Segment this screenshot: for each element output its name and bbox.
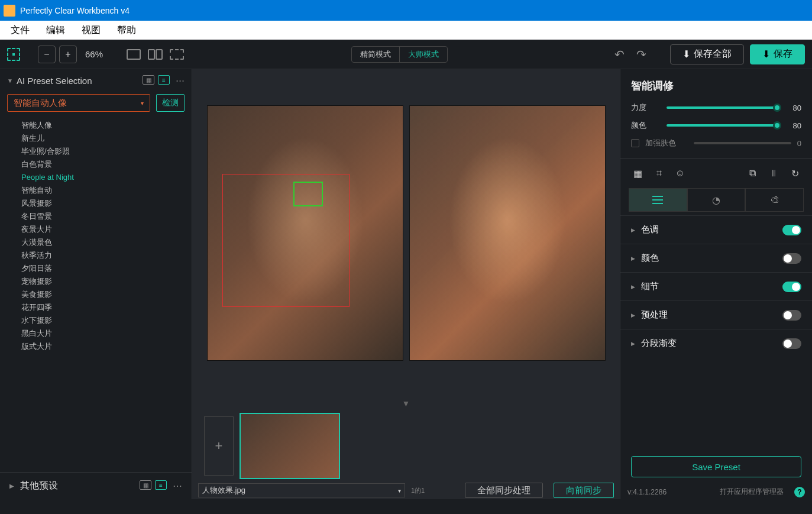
enhance-skin-label: 加强肤色 — [645, 138, 676, 148]
tool-icons-row: ▦ ⌗ ☺ ⧉ ⦀ ↻ — [620, 158, 812, 188]
crop-icon[interactable]: ⌗ — [652, 167, 665, 180]
section-label: 细节 — [641, 281, 659, 292]
filename-field[interactable]: 人物效果.jpg▾ — [198, 483, 405, 497]
sync-forward-button[interactable]: 向前同步 — [554, 483, 614, 498]
slider-knob[interactable] — [773, 121, 781, 130]
preset-item[interactable]: 新生儿 — [21, 132, 185, 145]
preset-item[interactable]: 水下摄影 — [21, 314, 185, 327]
save-all-button[interactable]: ⬇保存全部 — [670, 44, 744, 64]
mode-master-tab[interactable]: 大师模式 — [399, 47, 447, 62]
add-image-button[interactable]: + — [204, 416, 234, 476]
face-icon[interactable]: ☺ — [674, 167, 687, 180]
accordion-section[interactable]: ▶色调 — [620, 215, 812, 244]
histogram-icon[interactable]: ▦ — [631, 167, 644, 180]
section-toggle[interactable] — [782, 282, 801, 292]
section-toggle[interactable] — [782, 310, 801, 321]
mode-toggle: 精简模式 大师模式 — [351, 46, 448, 63]
preset-item[interactable]: 风景摄影 — [21, 197, 185, 210]
other-presets-label: 其他预设 — [20, 480, 58, 492]
tab-tone[interactable] — [629, 188, 687, 212]
menu-help[interactable]: 帮助 — [109, 22, 144, 39]
expand-icon: ▶ — [631, 256, 635, 261]
preset-item[interactable]: 版式大片 — [21, 340, 185, 353]
view-crop-button[interactable] — [170, 49, 184, 60]
preview-canvas[interactable] — [192, 69, 620, 396]
other-presets-header[interactable]: ▶ 其他预设 ▦ ≡ ⋯ — [0, 472, 192, 499]
center-canvas-area: ▼ + 人物效果.jpg▾ 1的1 全部同步处理 向前同步 — [192, 69, 620, 499]
compare-icon[interactable]: ⧉ — [746, 167, 759, 180]
preset-panel-header[interactable]: ▼ AI Preset Selection ▦ ≡ ⋯ — [0, 69, 192, 92]
section-toggle[interactable] — [782, 225, 801, 235]
preset-item[interactable]: 花开四季 — [21, 301, 185, 314]
preset-panel-title: AI Preset Selection — [17, 76, 92, 86]
view-single-button[interactable] — [127, 49, 141, 60]
menu-edit[interactable]: 编辑 — [38, 22, 73, 39]
redo-button[interactable]: ↷ — [636, 47, 646, 62]
menu-view[interactable]: 视图 — [73, 22, 109, 39]
preset-item[interactable]: 夜景大片 — [21, 223, 185, 236]
slider-track[interactable] — [667, 106, 778, 109]
preset-item[interactable]: 冬日雪景 — [21, 210, 185, 223]
preset-item[interactable]: 智能人像 — [21, 119, 185, 132]
accordion-section[interactable]: ▶分段渐变 — [620, 329, 812, 357]
chevron-down-icon: ▾ — [141, 100, 144, 106]
expand-icon: ▶ — [631, 227, 635, 233]
app-manager-link[interactable]: 打开应用程序管理器 — [720, 487, 784, 497]
preset-item[interactable]: 白色背景 — [21, 158, 185, 171]
section-toggle[interactable] — [782, 253, 801, 264]
undo-button[interactable]: ↶ — [614, 47, 625, 62]
slider-track[interactable] — [667, 124, 778, 127]
mirror-icon[interactable]: ⦀ — [767, 167, 780, 180]
image-counter: 1的1 — [411, 486, 425, 495]
zoom-out-button[interactable]: − — [38, 46, 56, 63]
save-preset-button[interactable]: Save Preset — [631, 456, 801, 477]
list-view-icon[interactable]: ≡ — [155, 480, 167, 490]
preset-item[interactable]: 秋季活力 — [21, 249, 185, 262]
preset-item[interactable]: 夕阳日落 — [21, 262, 185, 275]
zoom-in-button[interactable]: + — [59, 46, 77, 63]
mode-simple-tab[interactable]: 精简模式 — [352, 47, 399, 62]
enhance-skin-row[interactable]: 加强肤色 0 — [620, 134, 812, 152]
grid-view-icon[interactable]: ▦ — [140, 480, 151, 490]
reset-icon[interactable]: ↻ — [788, 167, 801, 180]
section-label: 色调 — [641, 224, 659, 235]
preset-item[interactable]: 黑白大片 — [21, 327, 185, 340]
preset-item[interactable]: 大漠景色 — [21, 236, 185, 249]
tab-effects[interactable]: 🎨︎ — [745, 188, 804, 212]
portrait-icon: ◔ — [712, 195, 720, 206]
section-label: 分段渐变 — [641, 338, 677, 349]
more-icon[interactable]: ⋯ — [173, 480, 182, 492]
help-icon[interactable]: ? — [794, 487, 805, 497]
section-toggle[interactable] — [782, 338, 801, 349]
accordion-section[interactable]: ▶细节 — [620, 272, 812, 300]
filmstrip-toggle[interactable]: ▼ — [192, 396, 620, 410]
more-icon[interactable]: ⋯ — [176, 75, 185, 86]
adjustments-accordion: ▶色调▶颜色▶细节▶预处理▶分段渐变 — [620, 215, 812, 449]
grid-view-icon[interactable]: ▦ — [143, 75, 154, 85]
menu-bar: 文件 编辑 视图 帮助 — [0, 21, 812, 40]
sync-all-button[interactable]: 全部同步处理 — [465, 483, 543, 498]
detect-button[interactable]: 检测 — [156, 94, 185, 112]
accordion-section[interactable]: ▶颜色 — [620, 244, 812, 272]
thumbnail[interactable] — [240, 413, 340, 479]
view-split-button[interactable] — [148, 49, 163, 60]
preset-item[interactable]: 宠物摄影 — [21, 275, 185, 288]
face-detection-rect — [222, 174, 350, 307]
save-button[interactable]: ⬇保存 — [750, 44, 805, 64]
after-image — [410, 106, 605, 360]
preset-item[interactable]: 美食摄影 — [21, 288, 185, 301]
preset-item[interactable]: People at Night — [21, 171, 185, 184]
before-image — [208, 106, 403, 360]
fit-screen-button[interactable] — [7, 48, 20, 61]
menu-file[interactable]: 文件 — [2, 22, 38, 39]
list-view-icon[interactable]: ≡ — [158, 75, 170, 85]
accordion-section[interactable]: ▶预处理 — [620, 300, 812, 329]
slider-knob[interactable] — [773, 104, 781, 112]
enhance-skin-value: 0 — [797, 139, 801, 148]
tab-portrait[interactable]: ◔ — [687, 188, 746, 212]
enhance-skin-slider — [694, 142, 791, 144]
preset-dropdown[interactable]: 智能自动人像 ▾ — [7, 94, 150, 112]
preset-item[interactable]: 智能自动 — [21, 184, 185, 197]
slider-row: 力度80 — [620, 99, 812, 117]
preset-item[interactable]: 毕业照/合影照 — [21, 145, 185, 158]
